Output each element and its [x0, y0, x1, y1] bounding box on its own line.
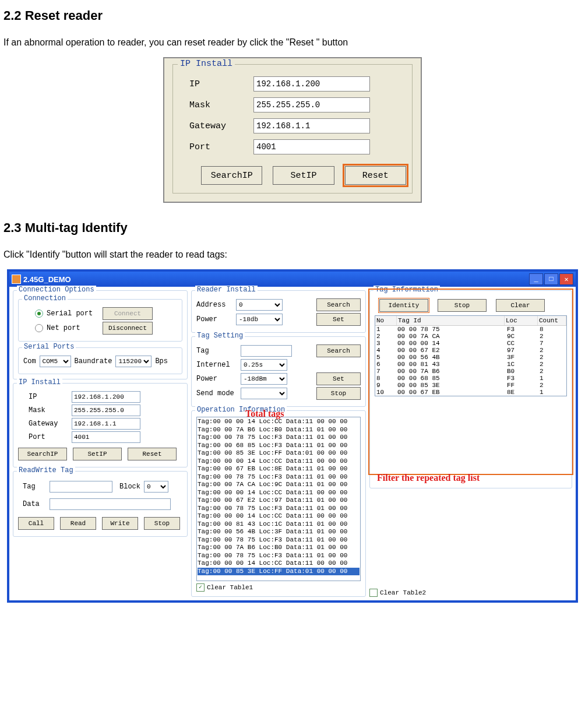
th-tagid: Tag Id: [397, 316, 505, 325]
ts-sendmode-select[interactable]: [241, 388, 287, 399]
ip-install-groupbox-title: IP Install: [178, 59, 235, 69]
baud-label: Baundrate: [75, 357, 112, 365]
annotation-filter: Filter the repeated tag list: [377, 473, 480, 483]
ts-internel-select[interactable]: 0.25s: [241, 359, 287, 371]
connect-button[interactable]: Connect: [103, 307, 153, 320]
ri-power-select[interactable]: -18db: [236, 314, 283, 325]
rwtag-tag-input[interactable]: [50, 481, 112, 493]
table-row[interactable]: 600 00 81 431C2: [375, 361, 566, 368]
gateway-label: Gateway: [189, 121, 253, 131]
table-row[interactable]: 100 00 78 75F38: [375, 326, 566, 333]
minimize-button[interactable]: _: [529, 273, 543, 285]
tag-table-body: 100 00 78 75F38200 00 7A CA9C2300 00 00 …: [375, 326, 566, 396]
setip-button[interactable]: SetIP: [273, 166, 334, 185]
searchip-button[interactable]: SearchIP: [201, 166, 262, 185]
ri-power-label: Power: [196, 315, 232, 323]
ip2-input[interactable]: [72, 391, 140, 403]
address-label: Address: [196, 301, 232, 309]
mask-input[interactable]: [253, 97, 370, 112]
ip-input[interactable]: [253, 76, 370, 92]
table-row[interactable]: 900 00 85 3EFF2: [375, 382, 566, 389]
clear-table1-label: Clear Table1: [207, 584, 253, 591]
port2-input[interactable]: [72, 431, 140, 443]
clear-table2-checkbox[interactable]: [369, 589, 378, 597]
clear-table1-checkbox[interactable]: [196, 583, 205, 592]
searchip2-button[interactable]: SearchIP: [18, 448, 67, 460]
port-label: Port: [189, 142, 253, 152]
table-row[interactable]: 700 00 7A B6B02: [375, 368, 566, 375]
ip-label: IP: [189, 79, 253, 89]
call-button[interactable]: Call: [18, 517, 54, 530]
ts-power-label: Power: [196, 375, 237, 383]
th-count: Count: [538, 316, 566, 325]
ts-stop-button[interactable]: Stop: [316, 387, 361, 400]
app-icon: [12, 275, 21, 284]
rwtag-block-select[interactable]: 0: [144, 481, 168, 493]
ts-tag-input[interactable]: [241, 345, 292, 357]
baud-select[interactable]: 115200: [115, 356, 151, 367]
rwtag-data-label: Data: [23, 500, 46, 508]
titlebar: 2.45G_DEMO _ □ ✕: [9, 272, 576, 287]
identity-button[interactable]: Identity: [379, 299, 428, 312]
reset-button[interactable]: Reset: [345, 166, 406, 185]
ri-set-button[interactable]: Set: [316, 313, 361, 326]
read-button[interactable]: Read: [60, 517, 96, 530]
ts-tag-label: Tag: [196, 347, 237, 355]
ip-install2-title: IP Install: [17, 378, 62, 386]
section-23-intro: Click "Identify "button will start the r…: [3, 249, 582, 260]
section-23-heading: 2.3 Multi-tag Identify: [3, 220, 582, 235]
annotation-total-tags: Total tags: [245, 409, 284, 419]
ip-install-screenshot: IP Install IP Mask Gateway Port SearchIP…: [163, 57, 422, 203]
rwtag-data-input[interactable]: [50, 498, 171, 510]
gateway2-input[interactable]: [72, 418, 140, 430]
gateway-input[interactable]: [253, 118, 370, 133]
serial-ports-title: Serial Ports: [22, 343, 76, 351]
section-22-intro: If an abnormal operation to reader, you …: [3, 37, 582, 48]
net-port-radio[interactable]: [35, 324, 43, 332]
port2-label: Port: [29, 433, 68, 441]
operation-info-listbox[interactable]: Tag:00 00 00 14 Loc:CC Data:11 00 00 00T…: [196, 417, 361, 581]
tag-setting-title: Tag Setting: [195, 332, 245, 340]
table-row[interactable]: 200 00 7A CA9C2: [375, 333, 566, 340]
reader-install-title: Reader Install: [195, 286, 258, 294]
mask2-input[interactable]: [72, 405, 140, 416]
window-title: 2.45G_DEMO: [23, 275, 71, 284]
ts-power-select[interactable]: -18dBm: [241, 373, 287, 385]
table-row[interactable]: 800 00 68 85F31: [375, 375, 566, 382]
readwrite-tag-title: ReadWrite Tag: [17, 466, 75, 474]
connection-title: Connection: [22, 294, 68, 303]
ts-set-button[interactable]: Set: [316, 372, 361, 385]
address-select[interactable]: 0: [236, 299, 283, 311]
mask2-label: Mask: [29, 406, 68, 414]
ri-search-button[interactable]: Search: [316, 298, 361, 311]
table-row[interactable]: 500 00 56 4B3F2: [375, 354, 566, 361]
rwtag-block-label: Block: [119, 483, 140, 491]
tag-information-title: Tag Information: [373, 286, 440, 294]
close-button[interactable]: ✕: [559, 273, 573, 285]
com-label: Com: [23, 357, 36, 365]
port-input[interactable]: [253, 139, 370, 154]
serial-port-radio[interactable]: [35, 310, 43, 318]
ti-stop-button[interactable]: Stop: [438, 299, 487, 312]
table-row[interactable]: 300 00 00 14CC7: [375, 340, 566, 347]
ts-internel-label: Internel: [196, 361, 237, 369]
table-row[interactable]: 400 00 67 E2972: [375, 347, 566, 354]
ts-search-button[interactable]: Search: [316, 344, 361, 357]
mask-label: Mask: [189, 100, 253, 110]
table-row[interactable]: 1000 00 67 EB8E1: [375, 389, 566, 396]
rw-stop-button[interactable]: Stop: [144, 517, 180, 530]
write-button[interactable]: Write: [102, 517, 138, 530]
maximize-button[interactable]: □: [544, 273, 558, 285]
demo-window: 2.45G_DEMO _ □ ✕ Connection Options Conn…: [7, 269, 578, 603]
reset2-button[interactable]: Reset: [128, 448, 177, 460]
bps-label: Bps: [155, 357, 168, 365]
ti-clear-button[interactable]: Clear: [496, 299, 545, 312]
section-22-heading: 2.2 Reset reader: [3, 8, 582, 23]
th-loc: Loc: [505, 316, 538, 325]
disconnect-button[interactable]: Disconnect: [103, 322, 153, 335]
setip2-button[interactable]: SetIP: [73, 448, 122, 460]
ts-sendmode-label: Send mode: [196, 389, 237, 398]
th-no: No: [375, 316, 397, 325]
com-select[interactable]: COM5: [40, 356, 71, 367]
connection-options-title: Connection Options: [17, 286, 96, 294]
